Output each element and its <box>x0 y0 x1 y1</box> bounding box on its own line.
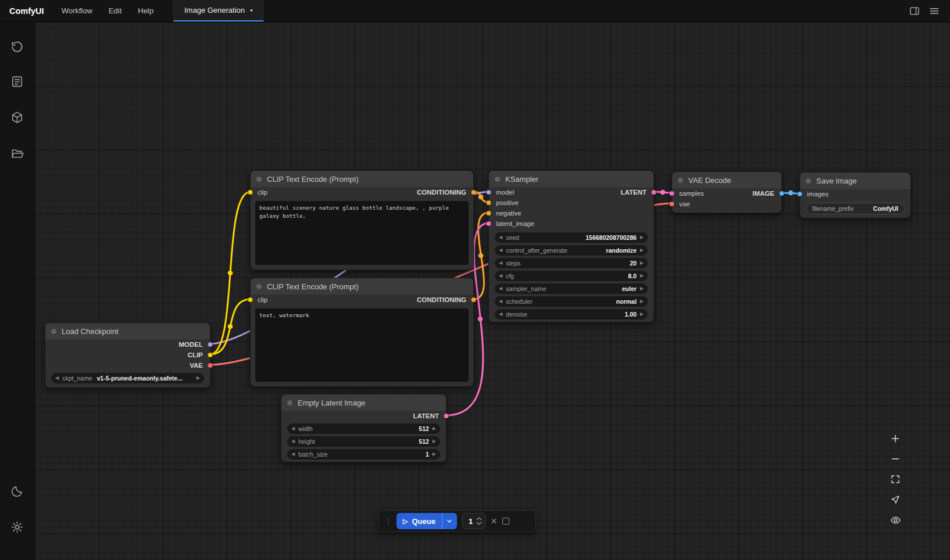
widget-scheduler[interactable]: ◀ scheduler normal ▶ <box>495 296 648 307</box>
settings-button[interactable] <box>9 519 26 535</box>
prompt-textarea[interactable]: beautiful scenery nature glass bottle la… <box>255 201 469 265</box>
output-port-conditioning[interactable] <box>471 297 476 303</box>
decrement-arrow-icon[interactable]: ◀ <box>499 261 502 265</box>
node-header[interactable]: CLIP Text Encode (Prompt) <box>251 171 473 187</box>
increment-arrow-icon[interactable]: ▶ <box>640 312 644 317</box>
widget-height[interactable]: ◀ height 512 ▶ <box>287 436 440 447</box>
widget-control-after-generate[interactable]: ◀ control_after_generate randomize ▶ <box>495 245 648 256</box>
menu-help[interactable]: Help <box>130 0 162 21</box>
widget-cfg[interactable]: ◀ cfg 8.0 ▶ <box>495 271 648 281</box>
decrement-arrow-icon[interactable]: ◀ <box>291 426 295 431</box>
decrement-arrow-icon[interactable]: ◀ <box>499 299 502 304</box>
drag-handle-icon[interactable]: ⋮ <box>384 516 391 526</box>
node-header[interactable]: Empty Latent Image <box>281 394 446 411</box>
widget-filename-prefix[interactable]: filename_prefix ComfyUI <box>806 203 905 214</box>
stepper-up-icon[interactable] <box>476 517 482 520</box>
decrement-arrow-icon[interactable]: ◀ <box>55 376 59 380</box>
input-port-clip[interactable] <box>248 297 253 303</box>
tab-image-generation[interactable]: Image Generation ● <box>173 0 264 21</box>
toggle-link-visibility-button[interactable] <box>888 513 903 527</box>
stepper-down-icon[interactable] <box>476 522 482 525</box>
widget-width[interactable]: ◀ width 512 ▶ <box>287 423 440 434</box>
model-library-button[interactable] <box>9 109 26 125</box>
widget-sampler-name[interactable]: ◀ sampler_name euler ▶ <box>495 283 648 294</box>
increment-arrow-icon[interactable]: ▶ <box>640 286 644 291</box>
decrement-arrow-icon[interactable]: ◀ <box>291 452 295 457</box>
increment-arrow-icon[interactable]: ▶ <box>640 299 644 304</box>
output-port-vae[interactable] <box>208 363 213 368</box>
output-port-clip[interactable] <box>208 353 213 358</box>
widget-seed[interactable]: ◀ seed 156680208700286 ▶ <box>495 232 648 243</box>
toggle-panel-button[interactable] <box>906 2 923 20</box>
decrement-arrow-icon[interactable]: ◀ <box>499 274 502 278</box>
graph-canvas[interactable]: Load Checkpoint MODEL CLIP VAE ◀ ckpt_na… <box>35 22 950 560</box>
node-save-image[interactable]: Save Image images filename_prefix ComfyU… <box>799 172 911 218</box>
decrement-arrow-icon[interactable]: ◀ <box>291 439 295 444</box>
zoom-out-button[interactable] <box>888 452 903 466</box>
collapse-dot-icon[interactable] <box>678 178 683 183</box>
decrement-arrow-icon[interactable]: ◀ <box>499 286 502 291</box>
workflows-browser-button[interactable] <box>9 145 26 161</box>
input-port-positive[interactable] <box>486 200 491 206</box>
node-header[interactable]: Save Image <box>800 173 910 189</box>
increment-arrow-icon[interactable]: ▶ <box>197 376 200 380</box>
input-port-latent-image[interactable] <box>486 221 491 227</box>
menu-edit[interactable]: Edit <box>101 0 130 21</box>
theme-toggle-button[interactable] <box>9 483 26 499</box>
node-clip-text-encode-positive[interactable]: CLIP Text Encode (Prompt) clip CONDITION… <box>250 170 474 270</box>
decrement-arrow-icon[interactable]: ◀ <box>499 235 502 240</box>
select-mode-button[interactable] <box>888 493 903 507</box>
main-menu-button[interactable] <box>926 2 943 20</box>
queue-button[interactable]: ▷ Queue <box>397 513 457 529</box>
output-port-latent[interactable] <box>444 414 449 419</box>
node-empty-latent-image[interactable]: Empty Latent Image LATENT ◀ width 512 ▶ … <box>281 394 447 462</box>
prompt-textarea[interactable]: text, watermark <box>255 308 469 382</box>
input-port-samples[interactable] <box>669 191 674 196</box>
widget-ckpt-name[interactable]: ◀ ckpt_name v1-5-pruned-emaonly.safete..… <box>51 373 204 383</box>
output-port-conditioning[interactable] <box>471 190 476 195</box>
widget-denoise[interactable]: ◀ denoise 1.00 ▶ <box>495 309 648 320</box>
collapse-dot-icon[interactable] <box>806 178 811 184</box>
widget-batch-size[interactable]: ◀ batch_size 1 ▶ <box>287 449 440 460</box>
increment-arrow-icon[interactable]: ▶ <box>433 439 436 444</box>
widget-steps[interactable]: ◀ steps 20 ▶ <box>495 258 648 268</box>
fit-view-button[interactable] <box>888 472 903 486</box>
node-vae-decode[interactable]: VAE Decode samples IMAGE vae <box>672 171 782 213</box>
output-port-image[interactable] <box>779 191 784 196</box>
output-port-latent[interactable] <box>651 190 656 195</box>
collapse-dot-icon[interactable] <box>287 400 292 405</box>
node-library-button[interactable] <box>9 73 26 89</box>
decrement-arrow-icon[interactable]: ◀ <box>499 312 502 317</box>
node-header[interactable]: Load Checkpoint <box>45 323 210 339</box>
increment-arrow-icon[interactable]: ▶ <box>433 452 436 457</box>
input-port-model[interactable] <box>486 190 491 195</box>
increment-arrow-icon[interactable]: ▶ <box>640 261 644 265</box>
node-header[interactable]: CLIP Text Encode (Prompt) <box>251 278 473 295</box>
zoom-in-button[interactable] <box>888 432 903 446</box>
collapse-dot-icon[interactable] <box>256 177 262 182</box>
output-port-model[interactable] <box>208 342 213 347</box>
input-port-images[interactable] <box>797 192 802 197</box>
input-port-vae[interactable] <box>669 202 674 207</box>
node-load-checkpoint[interactable]: Load Checkpoint MODEL CLIP VAE ◀ ckpt_na… <box>45 322 210 388</box>
decrement-arrow-icon[interactable]: ◀ <box>499 248 502 253</box>
batch-count-stepper[interactable]: 1 <box>462 513 485 529</box>
increment-arrow-icon[interactable]: ▶ <box>640 248 644 253</box>
node-header[interactable]: KSampler <box>489 171 653 187</box>
clear-queue-icon[interactable]: × <box>491 516 497 526</box>
collapse-dot-icon[interactable] <box>256 284 262 289</box>
collapse-dot-icon[interactable] <box>495 177 500 182</box>
node-header[interactable]: VAE Decode <box>672 172 781 188</box>
input-port-negative[interactable] <box>486 211 491 216</box>
input-port-clip[interactable] <box>248 190 253 195</box>
increment-arrow-icon[interactable]: ▶ <box>640 235 644 240</box>
increment-arrow-icon[interactable]: ▶ <box>433 426 436 431</box>
stop-icon[interactable] <box>502 518 509 525</box>
node-clip-text-encode-negative[interactable]: CLIP Text Encode (Prompt) clip CONDITION… <box>250 278 474 387</box>
workflow-history-button[interactable] <box>9 38 26 55</box>
queue-options-button[interactable] <box>442 513 457 529</box>
increment-arrow-icon[interactable]: ▶ <box>640 274 644 278</box>
node-ksampler[interactable]: KSampler model LATENT positive negative … <box>488 170 654 322</box>
menu-workflow[interactable]: Workflow <box>53 0 101 21</box>
collapse-dot-icon[interactable] <box>51 329 56 334</box>
